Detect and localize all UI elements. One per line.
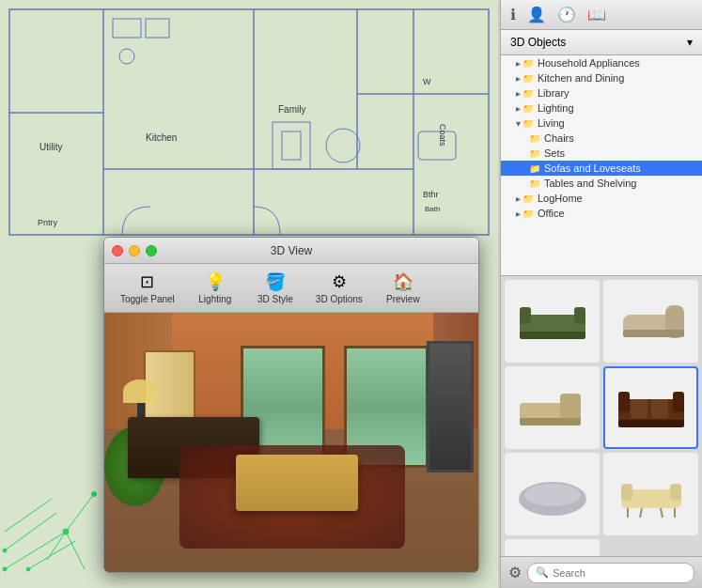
minimize-button[interactable] [129, 245, 140, 256]
toolbar-3d: ⊡ Toggle Panel 💡 Lighting 🪣 3D Style ⚙ 3… [104, 264, 478, 313]
category-dropdown[interactable]: 3D Objects ▾ [501, 30, 702, 55]
thumbnail-item[interactable] [505, 453, 600, 535]
lamp-shade [123, 379, 157, 403]
svg-line-29 [47, 532, 66, 560]
thumbnail-item[interactable] [505, 539, 600, 556]
svg-line-27 [28, 541, 75, 569]
svg-rect-14 [418, 132, 456, 160]
toggle-panel-button[interactable]: ⊡ Toggle Panel [112, 267, 183, 309]
svg-point-31 [92, 492, 97, 497]
svg-text:Bath: Bath [425, 205, 440, 213]
toggle-panel-icon: ⊡ [140, 271, 154, 292]
thumbnail-item[interactable] [603, 453, 698, 535]
svg-rect-11 [113, 19, 141, 38]
expand-icon: ▸ [516, 73, 521, 84]
expand-icon: ▾ [516, 118, 521, 129]
traffic-lights[interactable] [112, 245, 157, 256]
svg-text:Kitchen: Kitchen [146, 132, 177, 143]
tree-item-sets[interactable]: 📁 Sets [501, 146, 702, 161]
window-titlebar: 3D View [104, 238, 478, 264]
info-icon[interactable]: ℹ [510, 6, 516, 23]
preview-button[interactable]: 🏠 Preview [375, 267, 431, 309]
expand-icon: ▸ [516, 58, 521, 69]
search-icon: 🔍 [536, 566, 549, 579]
svg-rect-54 [621, 484, 632, 501]
svg-text:Coats: Coats [438, 124, 447, 147]
preview-icon: 🏠 [393, 271, 413, 292]
tree-item-office[interactable]: ▸ 📁 Office [501, 206, 702, 221]
tree-item-loghome[interactable]: ▸ 📁 LogHome [501, 191, 702, 206]
thumbnail-item[interactable] [505, 280, 600, 363]
panel-footer: ⚙ 🔍 [501, 556, 702, 588]
3d-options-label: 3D Options [316, 294, 363, 304]
thumbnail-item[interactable] [603, 280, 698, 363]
folder-icon: 📁 [523, 88, 534, 99]
header-icons: ℹ 👤 🕐 📖 [510, 6, 606, 23]
svg-rect-37 [574, 307, 585, 324]
tree-item-label: Chairs [544, 132, 574, 144]
expand-icon: ▸ [516, 193, 521, 204]
tree-item-label: Household Appliances [538, 57, 640, 69]
thumbnail-item[interactable] [505, 366, 600, 449]
folder-icon: 📁 [529, 133, 540, 144]
tree-item-label: LogHome [538, 193, 583, 204]
tree-item-household[interactable]: ▸ 📁 Household Appliances [501, 55, 702, 70]
svg-rect-50 [651, 399, 668, 418]
svg-line-58 [640, 508, 642, 518]
thumbnail-item-selected[interactable] [603, 366, 698, 449]
tree-item-label: Sets [544, 147, 565, 159]
3d-style-button[interactable]: 🪣 3D Style [247, 267, 304, 309]
tree-item-kitchen[interactable]: ▸ 📁 Kitchen and Dining [501, 70, 702, 85]
person-icon[interactable]: 👤 [527, 6, 546, 23]
expand-icon: ▸ [516, 209, 521, 219]
tree-item-living[interactable]: ▾ 📁 Living [501, 116, 702, 131]
lighting-icon: 💡 [205, 271, 226, 292]
expand-icon: ▸ [516, 103, 521, 114]
tree-item-sofas[interactable]: 📁 Sofas and Loveseats [501, 161, 702, 176]
svg-rect-47 [673, 392, 684, 412]
close-button[interactable] [112, 245, 123, 256]
history-icon[interactable]: 🕐 [557, 6, 576, 23]
svg-point-10 [326, 129, 360, 162]
svg-line-23 [5, 532, 66, 569]
search-box[interactable]: 🔍 [527, 563, 694, 583]
3d-style-label: 3D Style [257, 294, 293, 304]
lighting-button[interactable]: 💡 Lighting [187, 267, 243, 309]
tree-item-chairs[interactable]: 📁 Chairs [501, 131, 702, 146]
tree-item-tables[interactable]: 📁 Tables and Shelving [501, 176, 702, 191]
settings-icon[interactable]: ⚙ [508, 564, 522, 581]
thumbnails-panel [501, 276, 702, 556]
tree-item-label: Tables and Shelving [544, 178, 636, 189]
svg-rect-12 [146, 19, 169, 38]
3d-options-icon: ⚙ [332, 271, 347, 292]
search-input[interactable] [553, 567, 686, 579]
folder-icon: 📁 [523, 209, 534, 219]
svg-rect-36 [520, 307, 531, 324]
tree-item-lighting[interactable]: ▸ 📁 Lighting [501, 101, 702, 116]
view-3d-window: 3D View ⊡ Toggle Panel 💡 Lighting 🪣 3D S… [103, 237, 479, 573]
svg-rect-48 [618, 420, 684, 427]
toggle-panel-label: Toggle Panel [120, 294, 175, 304]
svg-rect-38 [520, 332, 585, 339]
dropdown-label: 3D Objects [510, 36, 566, 49]
svg-line-59 [661, 508, 663, 518]
folder-icon: 📁 [523, 118, 534, 129]
expand-icon: ▸ [516, 88, 521, 99]
3d-scene [104, 313, 478, 572]
svg-point-52 [524, 484, 581, 506]
svg-line-24 [66, 494, 94, 532]
tree-panel[interactable]: ▸ 📁 Household Appliances▸ 📁 Kitchen and … [501, 55, 702, 276]
3d-options-button[interactable]: ⚙ 3D Options [307, 267, 371, 309]
right-panel: ℹ 👤 🕐 📖 3D Objects ▾ ▸ 📁 Household Appli… [500, 0, 702, 588]
book-icon[interactable]: 📖 [587, 6, 606, 23]
svg-text:W: W [423, 77, 431, 86]
tree-item-library[interactable]: ▸ 📁 Library [501, 85, 702, 101]
lighting-label: Lighting [198, 294, 231, 304]
maximize-button[interactable] [146, 245, 157, 256]
svg-rect-49 [631, 399, 647, 418]
tree-item-label: Lighting [538, 102, 574, 114]
svg-text:Family: Family [278, 104, 305, 115]
svg-rect-46 [618, 392, 630, 412]
folder-icon: 📁 [523, 73, 534, 84]
folder-icon: 📁 [529, 178, 540, 189]
